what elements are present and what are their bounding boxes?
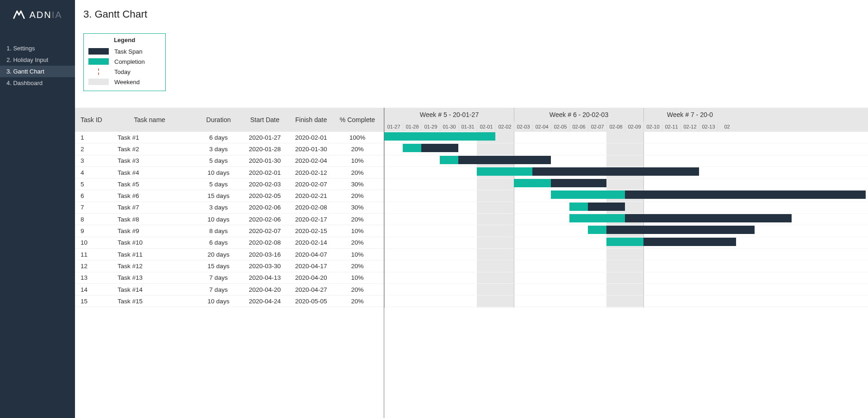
day-header: 02-11 xyxy=(662,122,681,132)
day-header: 02-13 xyxy=(699,122,718,132)
brand-logo: ADNIA xyxy=(0,0,75,30)
cell-name: Task #6 xyxy=(104,192,195,199)
cell-end: 2020-02-15 xyxy=(288,227,334,234)
cell-name: Task #8 xyxy=(104,216,195,223)
cell-name: Task #12 xyxy=(104,263,195,270)
cell-id: 7 xyxy=(75,204,104,211)
gantt-row xyxy=(384,190,868,202)
table-row[interactable]: 14Task #147 days2020-04-202020-04-2720% xyxy=(75,284,384,295)
sidebar-item-0[interactable]: 1. Settings xyxy=(0,43,75,54)
table-row[interactable]: 9Task #98 days2020-02-072020-02-1510% xyxy=(75,225,384,237)
cell-start: 2020-02-06 xyxy=(242,204,288,211)
cell-start: 2020-02-05 xyxy=(242,192,288,199)
cell-id: 5 xyxy=(75,181,104,188)
cell-end: 2020-02-04 xyxy=(288,157,334,164)
day-header: 02-04 xyxy=(532,122,551,132)
cell-duration: 6 days xyxy=(195,134,242,141)
cell-start: 2020-01-30 xyxy=(242,157,288,164)
task-completion-bar xyxy=(569,214,625,222)
day-header: 02-10 xyxy=(643,122,662,132)
cell-end: 2020-01-30 xyxy=(288,146,334,153)
legend-label-weekend: Weekend xyxy=(114,79,140,86)
gantt-row xyxy=(384,225,868,237)
week-header: Week # 5 - 20-01-27 xyxy=(384,108,514,122)
cell-duration: 10 days xyxy=(195,298,242,305)
cell-start: 2020-02-08 xyxy=(242,239,288,246)
legend-row-span: Task Span xyxy=(88,46,161,56)
cell-id: 6 xyxy=(75,192,104,199)
task-completion-bar xyxy=(606,238,643,246)
cell-duration: 3 days xyxy=(195,204,242,211)
gantt-row xyxy=(384,295,868,307)
cell-id: 4 xyxy=(75,169,104,176)
table-row[interactable]: 11Task #1120 days2020-03-162020-04-0710% xyxy=(75,249,384,260)
cell-end: 2020-04-27 xyxy=(288,286,334,293)
cell-name: Task #4 xyxy=(104,169,195,176)
cell-start: 2020-04-20 xyxy=(242,286,288,293)
gantt-row xyxy=(384,249,868,260)
day-header: 01-30 xyxy=(440,122,458,132)
table-row[interactable]: 3Task #35 days2020-01-302020-02-0410% xyxy=(75,155,384,167)
table-row[interactable]: 15Task #1510 days2020-04-242020-05-0520% xyxy=(75,295,384,307)
table-row[interactable]: 8Task #810 days2020-02-062020-02-1720% xyxy=(75,214,384,225)
task-completion-bar xyxy=(477,167,532,176)
cell-duration: 15 days xyxy=(195,263,242,270)
cell-end: 2020-04-17 xyxy=(288,263,334,270)
cell-start: 2020-03-30 xyxy=(242,263,288,270)
cell-pct: 20% xyxy=(334,192,381,199)
cell-end: 2020-02-14 xyxy=(288,239,334,246)
day-header: 01-31 xyxy=(458,122,477,132)
cell-end: 2020-02-07 xyxy=(288,181,334,188)
task-table-header: Task ID Task name Duration Start Date Fi… xyxy=(75,108,384,132)
cell-name: Task #7 xyxy=(104,204,195,211)
cell-id: 11 xyxy=(75,251,104,258)
cell-id: 14 xyxy=(75,286,104,293)
cell-name: Task #10 xyxy=(104,239,195,246)
task-completion-bar xyxy=(588,226,606,234)
day-header: 02-12 xyxy=(681,122,699,132)
cell-start: 2020-04-24 xyxy=(242,298,288,305)
gantt-row xyxy=(384,272,868,284)
day-header: 02-03 xyxy=(514,122,532,132)
cell-duration: 3 days xyxy=(195,146,242,153)
cell-id: 13 xyxy=(75,274,104,281)
table-row[interactable]: 13Task #137 days2020-04-132020-04-2010% xyxy=(75,272,384,284)
cell-pct: 10% xyxy=(334,251,381,258)
table-row[interactable]: 2Task #23 days2020-01-282020-01-3020% xyxy=(75,143,384,155)
table-row[interactable]: 12Task #1215 days2020-03-302020-04-1720% xyxy=(75,260,384,272)
gantt-row xyxy=(384,132,868,143)
col-header-start: Start Date xyxy=(242,116,288,123)
cell-duration: 7 days xyxy=(195,286,242,293)
cell-id: 9 xyxy=(75,227,104,234)
table-row[interactable]: 10Task #106 days2020-02-082020-02-1420% xyxy=(75,237,384,249)
cell-name: Task #11 xyxy=(104,251,195,258)
gantt-timeline[interactable]: Week # 5 - 20-01-27Week # 6 - 20-02-03We… xyxy=(384,108,868,418)
task-completion-bar xyxy=(403,144,421,152)
cell-end: 2020-04-20 xyxy=(288,274,334,281)
task-completion-bar xyxy=(440,156,458,164)
table-row[interactable]: 6Task #615 days2020-02-052020-02-2120% xyxy=(75,190,384,202)
task-span-bar[interactable] xyxy=(588,226,755,234)
cell-pct: 20% xyxy=(334,146,381,153)
table-row[interactable]: 7Task #73 days2020-02-062020-02-0830% xyxy=(75,202,384,214)
col-header-id: Task ID xyxy=(75,116,104,123)
brand-name-strong: ADN xyxy=(29,10,51,20)
day-header: 01-27 xyxy=(384,122,403,132)
day-header-row: 01-2701-2801-2901-3001-3102-0102-0202-03… xyxy=(384,122,868,132)
week-header-row: Week # 5 - 20-01-27Week # 6 - 20-02-03We… xyxy=(384,108,868,122)
sidebar-item-1[interactable]: 2. Holiday Input xyxy=(0,54,75,66)
cell-pct: 30% xyxy=(334,181,381,188)
cell-duration: 5 days xyxy=(195,157,242,164)
gantt-row xyxy=(384,260,868,272)
cell-pct: 20% xyxy=(334,263,381,270)
cell-id: 3 xyxy=(75,157,104,164)
day-header: 02-09 xyxy=(625,122,643,132)
sidebar-item-2[interactable]: 3. Gantt Chart xyxy=(0,66,75,77)
task-completion-bar xyxy=(384,132,495,141)
cell-start: 2020-01-28 xyxy=(242,146,288,153)
sidebar-item-3[interactable]: 4. Dashboard xyxy=(0,77,75,89)
week-header: Week # 6 - 20-02-03 xyxy=(514,108,643,122)
table-row[interactable]: 1Task #16 days2020-01-272020-02-01100% xyxy=(75,132,384,143)
table-row[interactable]: 5Task #55 days2020-02-032020-02-0730% xyxy=(75,178,384,190)
table-row[interactable]: 4Task #410 days2020-02-012020-02-1220% xyxy=(75,167,384,178)
